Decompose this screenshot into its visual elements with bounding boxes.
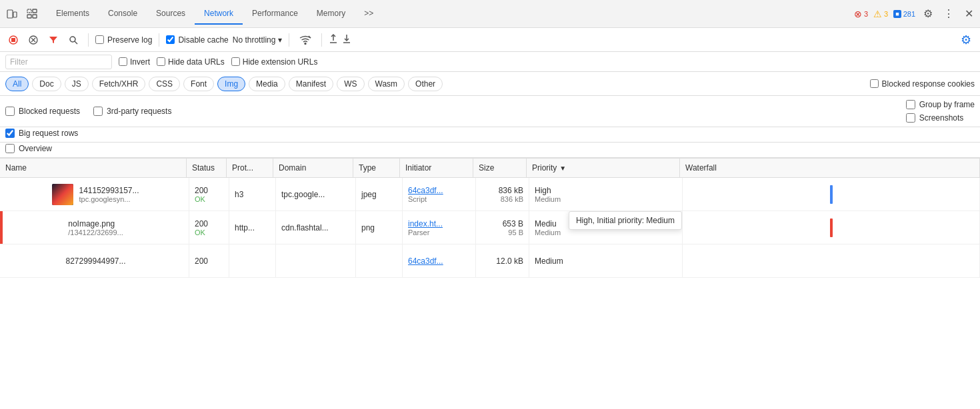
disable-cache-checkbox[interactable] [166, 35, 175, 44]
tab-elements[interactable]: Elements [47, 3, 99, 25]
cell-size-3: 12.0 kB [476, 244, 529, 277]
settings-button[interactable]: ⚙ [921, 5, 935, 23]
more-options-button[interactable]: ⋮ [941, 5, 957, 23]
tab-performance[interactable]: Performance [243, 3, 307, 25]
blocked-cookies-label[interactable]: Blocked response cookies [870, 79, 975, 89]
row3-initiator-link[interactable]: 64ca3df... [408, 256, 470, 266]
type-other[interactable]: Other [408, 77, 443, 91]
device-toolbar-icon[interactable] [4, 6, 20, 22]
col-header-size[interactable]: Size [473, 159, 527, 177]
big-rows-option[interactable]: Big request rows [5, 129, 78, 138]
col-header-initiator[interactable]: Initiator [400, 159, 473, 177]
third-party-checkbox[interactable] [93, 107, 103, 116]
cell-protocol-2: http... [229, 211, 276, 244]
blocked-cookies-checkbox[interactable] [870, 79, 879, 88]
stop-button[interactable] [5, 33, 21, 47]
type-manifest[interactable]: Manifest [289, 77, 333, 91]
type-ws[interactable]: WS [337, 77, 364, 91]
col-header-name[interactable]: Name [0, 159, 187, 177]
search-button[interactable] [65, 33, 81, 47]
cell-initiator-3: 64ca3df... [403, 244, 476, 277]
row2-status-text: OK [195, 228, 223, 236]
toolbar-separator-3 [289, 33, 289, 47]
invert-checkbox[interactable] [119, 57, 127, 66]
table-row[interactable]: 827299944997... 200 64ca3df... 12.0 kB M… [0, 244, 980, 278]
download-button[interactable] [342, 34, 351, 45]
overview-checkbox[interactable] [5, 144, 15, 153]
filter-input[interactable] [5, 55, 112, 69]
table-row[interactable]: 141152993157... tpc.googlesyn... 200 OK … [0, 178, 980, 211]
group-by-frame-checkbox[interactable] [906, 100, 915, 109]
blocked-requests-checkbox[interactable] [5, 107, 15, 116]
cell-protocol-1: h3 [229, 178, 276, 210]
error-count: 3 [864, 10, 868, 18]
invert-label[interactable]: Invert [119, 57, 150, 67]
cell-initiator-1: 64ca3df... Script [403, 178, 476, 210]
disable-cache-label[interactable]: Disable cache [166, 35, 228, 45]
info-badge: ■ 281 [893, 10, 915, 18]
group-by-frame-option[interactable]: Group by frame [906, 100, 975, 109]
blocked-requests-option[interactable]: Blocked requests [5, 107, 80, 116]
type-doc[interactable]: Doc [32, 77, 61, 91]
close-button[interactable]: ✕ [962, 5, 976, 23]
info-count: 281 [903, 10, 915, 18]
hide-extension-urls-label[interactable]: Hide extension URLs [231, 57, 318, 67]
type-all[interactable]: All [5, 77, 29, 91]
screenshots-option[interactable]: Screenshots [906, 113, 975, 123]
tab-more[interactable]: >> [355, 3, 383, 25]
type-css[interactable]: CSS [149, 77, 180, 91]
cell-size-2: 653 B 95 B [476, 211, 529, 244]
type-filter-row: All Doc JS Fetch/XHR CSS Font Img Media … [0, 72, 980, 96]
wifi-icon[interactable] [296, 33, 315, 47]
col-header-protocol[interactable]: Prot... [227, 159, 273, 177]
toolbar-separator-2 [159, 33, 159, 47]
type-fetchxhr[interactable]: Fetch/XHR [92, 77, 146, 91]
error-badge: ⊗ 3 [854, 9, 868, 19]
type-font[interactable]: Font [183, 77, 214, 91]
third-party-option[interactable]: 3rd-party requests [93, 107, 171, 116]
cell-name-1: 141152993157... tpc.googlesyn... [3, 178, 189, 210]
col-header-type[interactable]: Type [353, 159, 400, 177]
toolbar-separator-4 [321, 33, 322, 47]
inspect-icon[interactable] [24, 6, 40, 22]
preserve-log-checkbox[interactable] [95, 35, 104, 44]
clear-button[interactable] [25, 33, 41, 47]
row2-initiator-link[interactable]: index.ht... [408, 219, 470, 228]
filter-row: Invert Hide data URLs Hide extension URL… [0, 52, 980, 72]
preserve-log-label[interactable]: Preserve log [95, 35, 152, 45]
row1-initiator-link[interactable]: 64ca3df... [408, 186, 470, 195]
type-js[interactable]: JS [65, 77, 89, 91]
tab-sources[interactable]: Sources [147, 3, 195, 25]
row1-size-main: 836 kB [499, 186, 523, 195]
upload-button[interactable] [329, 34, 338, 45]
type-img[interactable]: Img [217, 77, 245, 91]
table-row[interactable]: noImage.png /134122/32699... 200 OK http… [0, 211, 980, 244]
waterfall-bar-1 [830, 185, 833, 204]
warning-count: 3 [884, 10, 888, 18]
waterfall-bar-2 [830, 218, 833, 237]
col-header-domain[interactable]: Domain [273, 159, 353, 177]
tab-network[interactable]: Network [195, 3, 243, 25]
priority-tooltip: High, Initial priority: Medium [569, 211, 682, 230]
col-header-priority[interactable]: Priority ▼ [527, 159, 680, 177]
toolbar: Preserve log Disable cache No throttling… [0, 28, 980, 52]
hide-data-urls-label[interactable]: Hide data URLs [157, 57, 225, 67]
tab-memory[interactable]: Memory [307, 3, 355, 25]
col-header-waterfall[interactable]: Waterfall [680, 159, 980, 177]
tab-console[interactable]: Console [99, 3, 147, 25]
hide-data-urls-checkbox[interactable] [157, 57, 165, 66]
big-rows-checkbox[interactable] [5, 129, 15, 138]
cell-name-3: 827299944997... [3, 244, 189, 277]
type-wasm[interactable]: Wasm [368, 77, 405, 91]
filter-button[interactable] [45, 33, 61, 47]
throttle-selector[interactable]: No throttling ▾ [233, 35, 283, 45]
type-media[interactable]: Media [249, 77, 285, 91]
svg-point-11 [70, 37, 75, 42]
settings-gear-button[interactable]: ⚙ [957, 31, 975, 49]
cell-status-3: 200 [189, 244, 229, 277]
hide-extension-urls-checkbox[interactable] [231, 57, 240, 66]
col-header-status[interactable]: Status [187, 159, 227, 177]
priority-sort-arrow: ▼ [559, 165, 566, 172]
screenshots-checkbox[interactable] [906, 113, 915, 123]
overview-option[interactable]: Overview [5, 144, 52, 153]
